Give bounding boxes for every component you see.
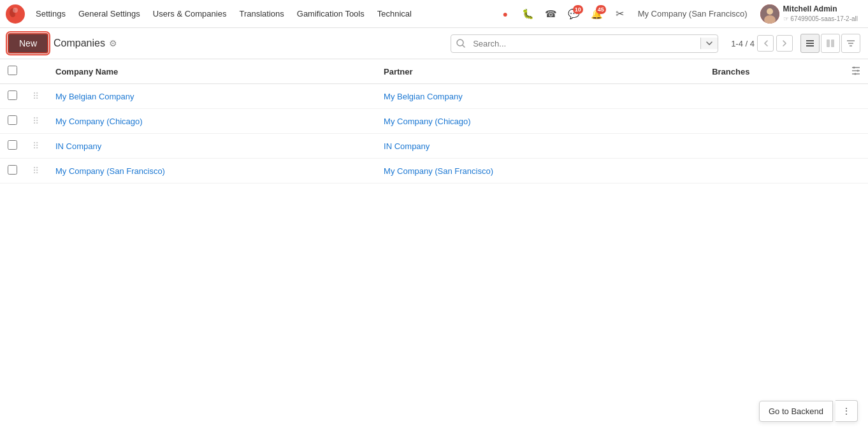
partner-cell[interactable]: My Belgian Company: [376, 84, 704, 109]
status-dot-icon[interactable]: ●: [495, 4, 516, 24]
row-checkbox[interactable]: [8, 115, 17, 125]
list-view-button[interactable]: [800, 34, 820, 53]
branches-cell: [704, 109, 844, 134]
row-checkbox[interactable]: [8, 140, 17, 150]
row-extra-cell: [844, 84, 868, 109]
table-row: ⠿ My Company (Chicago) My Company (Chica…: [0, 109, 868, 134]
nav-gamification-tools[interactable]: Gamification Tools: [291, 0, 371, 28]
drag-handle[interactable]: ⠿: [25, 134, 48, 159]
partner-cell[interactable]: IN Company: [376, 134, 704, 159]
table-row: ⠿ IN Company IN Company: [0, 134, 868, 159]
search-input[interactable]: [470, 35, 700, 52]
drag-handle[interactable]: ⠿: [25, 159, 48, 184]
svg-rect-13: [831, 40, 834, 47]
drag-handle[interactable]: ⠿: [25, 109, 48, 134]
svg-rect-11: [806, 45, 814, 47]
svg-point-22: [855, 73, 857, 75]
settings-gear-icon[interactable]: ⚙: [109, 38, 117, 48]
row-checkbox-cell[interactable]: [0, 84, 25, 109]
pagination-info: 1-4 / 4: [731, 39, 755, 48]
user-info: Mitchell Admin ☞ 67499005-saas-17-2-all: [783, 4, 858, 23]
topnav-icons: ● 🐛 ☎ 💬 10 🔔 45 ✂ My Company (San Franci…: [495, 4, 863, 24]
companies-table: Company Name Partner Branches ⠿ My Belgi…: [0, 59, 868, 184]
search-bar: [451, 34, 718, 53]
page-title-area: Companies ⚙: [54, 38, 117, 49]
table-row: ⠿ My Belgian Company My Belgian Company: [0, 84, 868, 109]
filter-options-button[interactable]: [841, 34, 860, 53]
phone-icon[interactable]: ☎: [541, 4, 561, 24]
column-config-header[interactable]: [844, 59, 868, 84]
svg-rect-9: [806, 40, 814, 41]
svg-point-20: [853, 66, 855, 68]
new-button[interactable]: New: [8, 33, 48, 54]
user-name: Mitchell Admin: [783, 4, 858, 15]
row-extra-cell: [844, 159, 868, 184]
search-icon: [451, 39, 470, 48]
svg-point-5: [767, 8, 773, 15]
nav-general-settings[interactable]: General Settings: [72, 0, 147, 28]
row-extra-cell: [844, 109, 868, 134]
partner-link[interactable]: My Company (San Francisco): [384, 166, 493, 176]
pagination-prev[interactable]: [757, 35, 774, 52]
drag-handle-header: [25, 59, 48, 84]
company-name-link[interactable]: IN Company: [55, 141, 101, 151]
chat-badge: 10: [573, 5, 583, 14]
nav-settings[interactable]: Settings: [29, 0, 72, 28]
company-name-cell[interactable]: IN Company: [48, 134, 376, 159]
svg-point-3: [13, 8, 18, 13]
view-buttons: [800, 34, 860, 53]
pagination: 1-4 / 4: [731, 35, 793, 52]
kanban-view-button[interactable]: [821, 34, 840, 53]
branches-cell: [704, 134, 844, 159]
row-checkbox-cell[interactable]: [0, 159, 25, 184]
company-name-header: Company Name: [48, 59, 376, 84]
actionbar: New Companies ⚙ 1-4 / 4: [0, 28, 868, 59]
company-name-cell[interactable]: My Company (San Francisco): [48, 159, 376, 184]
search-dropdown-button[interactable]: [700, 38, 718, 49]
topnav: Settings General Settings Users & Compan…: [0, 0, 868, 28]
row-extra-cell: [844, 134, 868, 159]
company-name-cell[interactable]: My Belgian Company: [48, 84, 376, 109]
partner-header: Partner: [376, 59, 704, 84]
svg-rect-12: [827, 40, 830, 47]
partner-link[interactable]: IN Company: [384, 141, 430, 151]
svg-line-8: [463, 45, 465, 47]
company-name-link[interactable]: My Company (San Francisco): [55, 166, 165, 176]
partner-link[interactable]: My Company (Chicago): [384, 117, 471, 126]
nav-translations[interactable]: Translations: [233, 0, 290, 28]
app-logo[interactable]: [5, 4, 25, 24]
company-name-link[interactable]: My Belgian Company: [55, 92, 134, 101]
pagination-next[interactable]: [776, 35, 793, 52]
partner-link[interactable]: My Belgian Company: [384, 92, 463, 101]
row-checkbox-cell[interactable]: [0, 109, 25, 134]
activity-icon[interactable]: 🔔 45: [587, 4, 607, 24]
svg-rect-10: [806, 43, 814, 44]
company-name-link[interactable]: My Company (Chicago): [55, 117, 143, 126]
page-title: Companies: [54, 38, 105, 49]
row-checkbox-cell[interactable]: [0, 134, 25, 159]
partner-cell[interactable]: My Company (San Francisco): [376, 159, 704, 184]
activity-badge: 45: [596, 5, 606, 14]
company-switcher[interactable]: My Company (San Francisco): [633, 9, 753, 18]
drag-handle[interactable]: ⠿: [25, 84, 48, 109]
nav-technical[interactable]: Technical: [371, 0, 418, 28]
partner-cell[interactable]: My Company (Chicago): [376, 109, 704, 134]
branches-header: Branches: [704, 59, 844, 84]
user-menu[interactable]: Mitchell Admin ☞ 67499005-saas-17-2-all: [755, 4, 863, 24]
row-checkbox[interactable]: [8, 165, 17, 175]
bug-icon[interactable]: 🐛: [518, 4, 539, 24]
company-name: My Company (San Francisco): [638, 9, 748, 18]
select-all-checkbox[interactable]: [8, 66, 17, 75]
user-sub: ☞ 67499005-saas-17-2-all: [783, 15, 858, 23]
branches-cell: [704, 159, 844, 184]
svg-point-21: [857, 69, 859, 71]
row-checkbox[interactable]: [8, 90, 17, 100]
user-avatar: [760, 4, 779, 24]
chat-icon[interactable]: 💬 10: [564, 4, 584, 24]
branches-cell: [704, 84, 844, 109]
nav-users-companies[interactable]: Users & Companies: [147, 0, 233, 28]
table-row: ⠿ My Company (San Francisco) My Company …: [0, 159, 868, 184]
company-name-cell[interactable]: My Company (Chicago): [48, 109, 376, 134]
wrench-icon[interactable]: ✂: [610, 4, 630, 24]
select-all-checkbox-header[interactable]: [0, 59, 25, 84]
